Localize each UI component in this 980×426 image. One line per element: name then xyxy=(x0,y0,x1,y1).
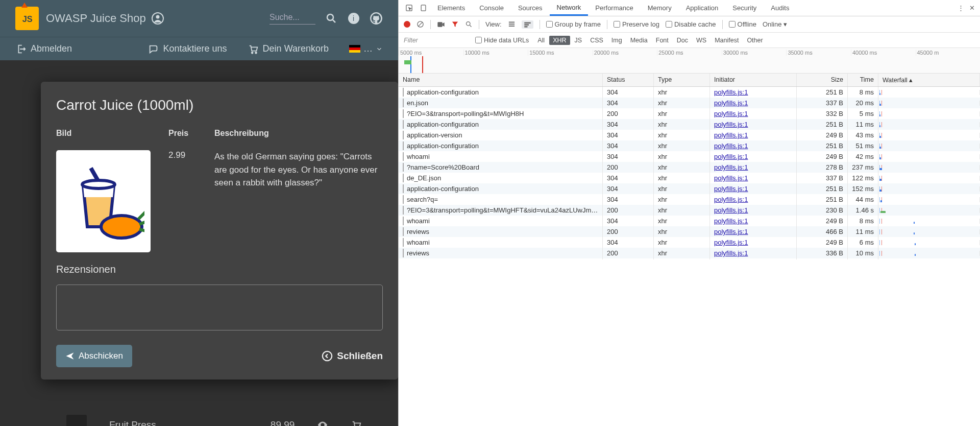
initiator-link[interactable]: polyfills.js:1 xyxy=(714,185,748,193)
clear-icon[interactable] xyxy=(416,20,424,28)
network-request-row[interactable]: application-configuration304xhrpolyfills… xyxy=(399,183,980,194)
network-request-row[interactable]: ?name=Score%20Board200xhrpolyfills.js:12… xyxy=(399,162,980,173)
network-request-row[interactable]: ?EIO=3&transport=polling&t=MWIgHFT&sid=v… xyxy=(399,205,980,216)
search-input[interactable]: Suche... xyxy=(270,13,315,25)
cart-add-icon[interactable] xyxy=(351,419,362,426)
contact-link[interactable]: Kontaktiere uns xyxy=(148,43,227,55)
large-rows-icon[interactable] xyxy=(508,20,516,28)
filter-type-ws[interactable]: WS xyxy=(693,36,710,45)
devtools-tab-console[interactable]: Console xyxy=(472,0,511,16)
back-circle-icon xyxy=(322,350,333,362)
hide-data-urls-checkbox[interactable]: Hide data URLs xyxy=(475,37,529,44)
col-size[interactable]: Size xyxy=(797,74,848,86)
network-request-row[interactable]: whoami304xhrpolyfills.js:1249 B42 ms xyxy=(399,151,980,162)
network-request-row[interactable]: reviews200xhrpolyfills.js:1336 B10 ms xyxy=(399,248,980,258)
devtools-close-icon[interactable]: ✕ xyxy=(969,4,975,12)
initiator-link[interactable]: polyfills.js:1 xyxy=(714,153,748,160)
filter-type-font[interactable]: Font xyxy=(652,36,672,45)
col-time[interactable]: Time xyxy=(848,74,878,86)
initiator-link[interactable]: polyfills.js:1 xyxy=(714,249,748,257)
info-icon[interactable]: i xyxy=(347,12,360,25)
col-waterfall[interactable]: Waterfall ▴ xyxy=(878,74,980,86)
overview-icon[interactable] xyxy=(522,20,533,29)
col-initiator[interactable]: Initiator xyxy=(710,74,797,86)
initiator-link[interactable]: polyfills.js:1 xyxy=(714,88,748,96)
filter-type-img[interactable]: Img xyxy=(608,36,626,45)
offline-checkbox[interactable]: Offline xyxy=(729,20,756,28)
network-request-row[interactable]: search?q=304xhrpolyfills.js:1251 B44 ms xyxy=(399,194,980,205)
devtools-tab-audits[interactable]: Audits xyxy=(764,0,796,16)
filter-type-other[interactable]: Other xyxy=(743,36,766,45)
logout-link[interactable]: Abmelden xyxy=(15,43,72,55)
initiator-link[interactable]: polyfills.js:1 xyxy=(714,196,748,203)
initiator-link[interactable]: polyfills.js:1 xyxy=(714,228,748,235)
close-button[interactable]: Schließen xyxy=(322,350,383,362)
initiator-link[interactable]: polyfills.js:1 xyxy=(714,217,748,225)
review-textarea[interactable] xyxy=(56,285,383,330)
search-net-icon[interactable] xyxy=(465,20,473,28)
filter-type-css[interactable]: CSS xyxy=(586,36,607,45)
preserve-log-checkbox[interactable]: Preserve log xyxy=(614,20,659,28)
account-icon[interactable] xyxy=(151,12,164,25)
inspect-icon[interactable] xyxy=(402,0,416,16)
camera-icon[interactable] xyxy=(437,21,445,28)
col-type[interactable]: Type xyxy=(654,74,710,86)
devtools-menu-icon[interactable]: ⋮ xyxy=(958,4,964,12)
eye-icon[interactable] xyxy=(317,419,328,426)
filter-type-manifest[interactable]: Manifest xyxy=(711,36,742,45)
devtools-tab-security[interactable]: Security xyxy=(725,0,764,16)
network-request-row[interactable]: reviews200xhrpolyfills.js:1466 B11 ms xyxy=(399,226,980,237)
filter-type-xhr[interactable]: XHR xyxy=(549,36,570,45)
initiator-link[interactable]: polyfills.js:1 xyxy=(714,121,748,128)
network-request-row[interactable]: de_DE.json304xhrpolyfills.js:1337 B122 m… xyxy=(399,173,980,183)
initiator-link[interactable]: polyfills.js:1 xyxy=(714,239,748,246)
language-selector[interactable]: … xyxy=(349,43,383,54)
col-status[interactable]: Status xyxy=(603,74,654,86)
cart-link[interactable]: Dein Warenkorb xyxy=(248,43,329,55)
filter-type-media[interactable]: Media xyxy=(627,36,651,45)
col-name[interactable]: Name xyxy=(399,74,603,86)
initiator-link[interactable]: polyfills.js:1 xyxy=(714,206,748,214)
network-request-row[interactable]: whoami304xhrpolyfills.js:1249 B8 ms xyxy=(399,216,980,226)
svg-text:JS: JS xyxy=(22,14,33,23)
initiator-link[interactable]: polyfills.js:1 xyxy=(714,174,748,182)
devtools-tab-network[interactable]: Network xyxy=(550,0,589,16)
filter-type-doc[interactable]: Doc xyxy=(673,36,692,45)
network-request-row[interactable]: application-configuration304xhrpolyfills… xyxy=(399,119,980,130)
secondary-nav: Abmelden Kontaktiere uns Dein Warenkorb … xyxy=(0,37,398,60)
throttle-select[interactable]: Online ▾ xyxy=(763,20,787,28)
filter-type-js[interactable]: JS xyxy=(571,36,586,45)
devtools-tab-elements[interactable]: Elements xyxy=(430,0,472,16)
network-request-row[interactable]: application-configuration304xhrpolyfills… xyxy=(399,87,980,98)
network-request-row[interactable]: ?EIO=3&transport=polling&t=MWIgH8H200xhr… xyxy=(399,108,980,119)
initiator-link[interactable]: polyfills.js:1 xyxy=(714,110,748,117)
devtools-tab-memory[interactable]: Memory xyxy=(641,0,679,16)
initiator-link[interactable]: polyfills.js:1 xyxy=(714,99,748,107)
filter-icon[interactable] xyxy=(451,20,459,28)
svg-point-8 xyxy=(255,52,257,53)
devtools-tab-application[interactable]: Application xyxy=(679,0,726,16)
initiator-link[interactable]: polyfills.js:1 xyxy=(714,131,748,139)
app-logo[interactable]: JS xyxy=(15,7,39,30)
search-icon[interactable] xyxy=(325,12,338,25)
network-request-row[interactable]: whoami304xhrpolyfills.js:1249 B6 ms xyxy=(399,237,980,248)
disable-cache-checkbox[interactable]: Disable cache xyxy=(666,20,716,28)
initiator-link[interactable]: polyfills.js:1 xyxy=(714,142,748,150)
table-header: Name Status Type Initiator Size Time Wat… xyxy=(399,74,980,87)
record-button[interactable] xyxy=(404,21,410,28)
product-row-fruit-press[interactable]: Fruit Press 89.99 xyxy=(66,415,362,426)
devtools-tab-performance[interactable]: Performance xyxy=(588,0,640,16)
device-icon[interactable] xyxy=(416,0,430,16)
github-icon[interactable] xyxy=(370,12,383,25)
network-request-row[interactable]: application-version304xhrpolyfills.js:12… xyxy=(399,130,980,140)
filter-input[interactable]: Filter xyxy=(404,37,470,44)
timeline-tick: 20000 ms xyxy=(593,50,657,56)
initiator-link[interactable]: polyfills.js:1 xyxy=(714,163,748,171)
filter-type-all[interactable]: All xyxy=(534,36,548,45)
group-by-frame-checkbox[interactable]: Group by frame xyxy=(546,20,601,28)
devtools-tab-sources[interactable]: Sources xyxy=(511,0,550,16)
network-request-row[interactable]: application-configuration304xhrpolyfills… xyxy=(399,140,980,151)
network-request-row[interactable]: en.json304xhrpolyfills.js:1337 B20 ms xyxy=(399,98,980,108)
network-timeline[interactable]: 5000 ms10000 ms15000 ms20000 ms25000 ms3… xyxy=(399,48,980,74)
submit-button[interactable]: Abschicken xyxy=(56,345,132,367)
